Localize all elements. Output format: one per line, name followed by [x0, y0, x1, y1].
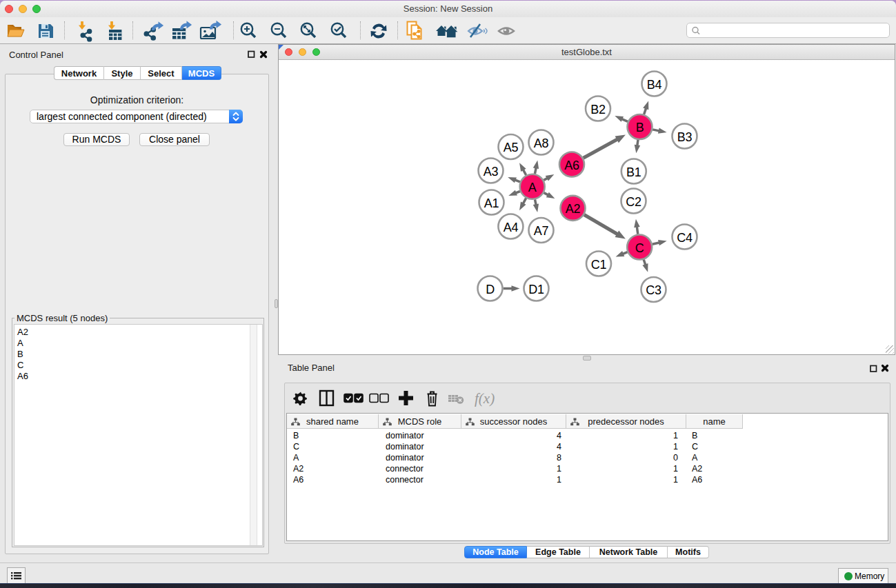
svg-text:B2: B2 — [590, 103, 606, 116]
svg-text:A3: A3 — [484, 165, 499, 179]
svg-text:B1: B1 — [626, 165, 641, 179]
svg-text:A7: A7 — [534, 224, 549, 238]
svg-text:C2: C2 — [626, 195, 641, 209]
svg-text:A5: A5 — [504, 141, 519, 154]
svg-text:B: B — [636, 121, 644, 134]
svg-text:C4: C4 — [677, 231, 693, 245]
svg-text:A8: A8 — [534, 136, 549, 150]
svg-text:C1: C1 — [591, 258, 607, 272]
svg-text:A6: A6 — [564, 159, 579, 172]
svg-text:A4: A4 — [504, 221, 519, 234]
svg-text:A: A — [528, 181, 537, 194]
svg-text:A1: A1 — [484, 196, 499, 210]
svg-text:A2: A2 — [566, 202, 581, 216]
svg-text:B3: B3 — [677, 130, 693, 144]
svg-text:C3: C3 — [646, 283, 661, 297]
svg-text:C: C — [635, 241, 644, 255]
svg-text:D1: D1 — [528, 283, 544, 296]
svg-text:f(x): f(x) — [475, 390, 495, 407]
svg-text:B4: B4 — [647, 78, 662, 92]
svg-text:D: D — [486, 283, 495, 296]
